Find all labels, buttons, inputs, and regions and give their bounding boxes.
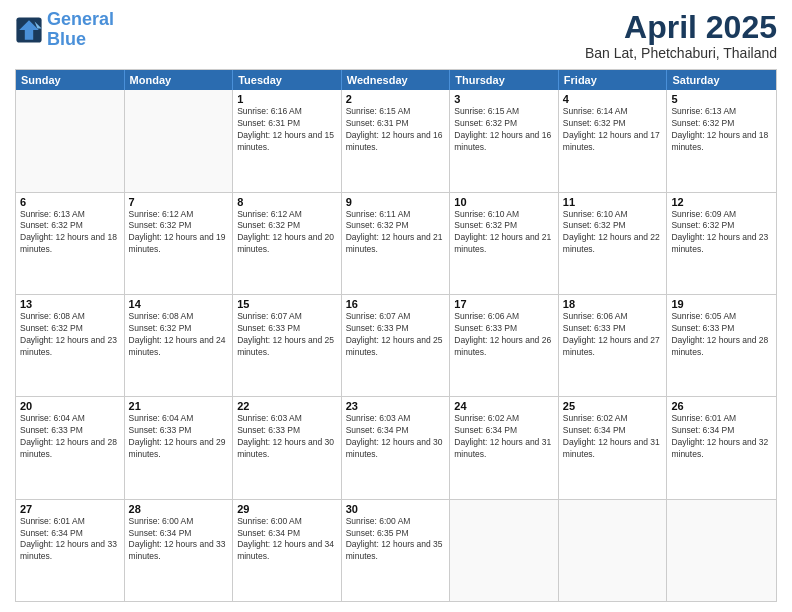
day-info: Sunrise: 6:08 AM Sunset: 6:32 PM Dayligh… [20,311,120,359]
day-info: Sunrise: 6:13 AM Sunset: 6:32 PM Dayligh… [671,106,772,154]
calendar-header: SundayMondayTuesdayWednesdayThursdayFrid… [16,70,776,90]
day-number: 10 [454,196,554,208]
header-day-saturday: Saturday [667,70,776,90]
day-number: 16 [346,298,446,310]
calendar-row-5: 27Sunrise: 6:01 AM Sunset: 6:34 PM Dayli… [16,500,776,601]
day-number: 22 [237,400,337,412]
calendar-cell: 10Sunrise: 6:10 AM Sunset: 6:32 PM Dayli… [450,193,559,294]
calendar-cell: 12Sunrise: 6:09 AM Sunset: 6:32 PM Dayli… [667,193,776,294]
calendar-body: 1Sunrise: 6:16 AM Sunset: 6:31 PM Daylig… [16,90,776,601]
day-number: 20 [20,400,120,412]
day-info: Sunrise: 6:00 AM Sunset: 6:34 PM Dayligh… [237,516,337,564]
calendar-cell: 22Sunrise: 6:03 AM Sunset: 6:33 PM Dayli… [233,397,342,498]
header-day-thursday: Thursday [450,70,559,90]
day-info: Sunrise: 6:09 AM Sunset: 6:32 PM Dayligh… [671,209,772,257]
day-number: 15 [237,298,337,310]
logo-text: General Blue [47,10,114,50]
day-number: 5 [671,93,772,105]
day-info: Sunrise: 6:14 AM Sunset: 6:32 PM Dayligh… [563,106,663,154]
header-day-monday: Monday [125,70,234,90]
calendar-cell [667,500,776,601]
day-info: Sunrise: 6:01 AM Sunset: 6:34 PM Dayligh… [671,413,772,461]
day-info: Sunrise: 6:02 AM Sunset: 6:34 PM Dayligh… [454,413,554,461]
day-info: Sunrise: 6:03 AM Sunset: 6:33 PM Dayligh… [237,413,337,461]
day-number: 11 [563,196,663,208]
calendar-cell: 13Sunrise: 6:08 AM Sunset: 6:32 PM Dayli… [16,295,125,396]
calendar-cell: 9Sunrise: 6:11 AM Sunset: 6:32 PM Daylig… [342,193,451,294]
day-info: Sunrise: 6:12 AM Sunset: 6:32 PM Dayligh… [237,209,337,257]
calendar-cell: 26Sunrise: 6:01 AM Sunset: 6:34 PM Dayli… [667,397,776,498]
day-number: 6 [20,196,120,208]
day-number: 1 [237,93,337,105]
day-info: Sunrise: 6:07 AM Sunset: 6:33 PM Dayligh… [237,311,337,359]
day-number: 29 [237,503,337,515]
header-day-tuesday: Tuesday [233,70,342,90]
calendar-cell: 7Sunrise: 6:12 AM Sunset: 6:32 PM Daylig… [125,193,234,294]
day-info: Sunrise: 6:06 AM Sunset: 6:33 PM Dayligh… [563,311,663,359]
day-info: Sunrise: 6:13 AM Sunset: 6:32 PM Dayligh… [20,209,120,257]
day-number: 2 [346,93,446,105]
day-info: Sunrise: 6:02 AM Sunset: 6:34 PM Dayligh… [563,413,663,461]
day-number: 17 [454,298,554,310]
calendar-cell [16,90,125,191]
calendar-cell: 18Sunrise: 6:06 AM Sunset: 6:33 PM Dayli… [559,295,668,396]
day-number: 21 [129,400,229,412]
day-number: 28 [129,503,229,515]
day-number: 14 [129,298,229,310]
day-info: Sunrise: 6:15 AM Sunset: 6:32 PM Dayligh… [454,106,554,154]
day-number: 4 [563,93,663,105]
logo: General Blue [15,10,114,50]
day-info: Sunrise: 6:15 AM Sunset: 6:31 PM Dayligh… [346,106,446,154]
day-info: Sunrise: 6:11 AM Sunset: 6:32 PM Dayligh… [346,209,446,257]
day-number: 30 [346,503,446,515]
day-number: 18 [563,298,663,310]
day-number: 25 [563,400,663,412]
day-info: Sunrise: 6:04 AM Sunset: 6:33 PM Dayligh… [129,413,229,461]
calendar-row-3: 13Sunrise: 6:08 AM Sunset: 6:32 PM Dayli… [16,295,776,397]
day-info: Sunrise: 6:06 AM Sunset: 6:33 PM Dayligh… [454,311,554,359]
calendar-cell: 6Sunrise: 6:13 AM Sunset: 6:32 PM Daylig… [16,193,125,294]
calendar-cell: 21Sunrise: 6:04 AM Sunset: 6:33 PM Dayli… [125,397,234,498]
day-info: Sunrise: 6:04 AM Sunset: 6:33 PM Dayligh… [20,413,120,461]
day-info: Sunrise: 6:08 AM Sunset: 6:32 PM Dayligh… [129,311,229,359]
day-info: Sunrise: 6:16 AM Sunset: 6:31 PM Dayligh… [237,106,337,154]
day-info: Sunrise: 6:00 AM Sunset: 6:35 PM Dayligh… [346,516,446,564]
header-day-friday: Friday [559,70,668,90]
calendar-cell: 14Sunrise: 6:08 AM Sunset: 6:32 PM Dayli… [125,295,234,396]
calendar-cell: 2Sunrise: 6:15 AM Sunset: 6:31 PM Daylig… [342,90,451,191]
day-info: Sunrise: 6:07 AM Sunset: 6:33 PM Dayligh… [346,311,446,359]
day-number: 24 [454,400,554,412]
day-info: Sunrise: 6:12 AM Sunset: 6:32 PM Dayligh… [129,209,229,257]
day-info: Sunrise: 6:00 AM Sunset: 6:34 PM Dayligh… [129,516,229,564]
day-number: 23 [346,400,446,412]
day-number: 13 [20,298,120,310]
calendar-cell: 19Sunrise: 6:05 AM Sunset: 6:33 PM Dayli… [667,295,776,396]
calendar-cell: 4Sunrise: 6:14 AM Sunset: 6:32 PM Daylig… [559,90,668,191]
calendar-cell [450,500,559,601]
calendar-cell: 3Sunrise: 6:15 AM Sunset: 6:32 PM Daylig… [450,90,559,191]
page: General Blue April 2025 Ban Lat, Phetcha… [0,0,792,612]
calendar-cell: 5Sunrise: 6:13 AM Sunset: 6:32 PM Daylig… [667,90,776,191]
day-number: 27 [20,503,120,515]
calendar-cell: 15Sunrise: 6:07 AM Sunset: 6:33 PM Dayli… [233,295,342,396]
calendar-cell [125,90,234,191]
calendar: SundayMondayTuesdayWednesdayThursdayFrid… [15,69,777,602]
day-number: 26 [671,400,772,412]
subtitle: Ban Lat, Phetchaburi, Thailand [585,45,777,61]
calendar-row-1: 1Sunrise: 6:16 AM Sunset: 6:31 PM Daylig… [16,90,776,192]
header-day-sunday: Sunday [16,70,125,90]
calendar-cell [559,500,668,601]
calendar-cell: 27Sunrise: 6:01 AM Sunset: 6:34 PM Dayli… [16,500,125,601]
day-number: 9 [346,196,446,208]
calendar-row-4: 20Sunrise: 6:04 AM Sunset: 6:33 PM Dayli… [16,397,776,499]
calendar-row-2: 6Sunrise: 6:13 AM Sunset: 6:32 PM Daylig… [16,193,776,295]
calendar-cell: 25Sunrise: 6:02 AM Sunset: 6:34 PM Dayli… [559,397,668,498]
day-info: Sunrise: 6:10 AM Sunset: 6:32 PM Dayligh… [454,209,554,257]
day-info: Sunrise: 6:03 AM Sunset: 6:34 PM Dayligh… [346,413,446,461]
calendar-cell: 28Sunrise: 6:00 AM Sunset: 6:34 PM Dayli… [125,500,234,601]
day-number: 12 [671,196,772,208]
day-number: 7 [129,196,229,208]
logo-icon [15,16,43,44]
day-number: 19 [671,298,772,310]
calendar-cell: 20Sunrise: 6:04 AM Sunset: 6:33 PM Dayli… [16,397,125,498]
